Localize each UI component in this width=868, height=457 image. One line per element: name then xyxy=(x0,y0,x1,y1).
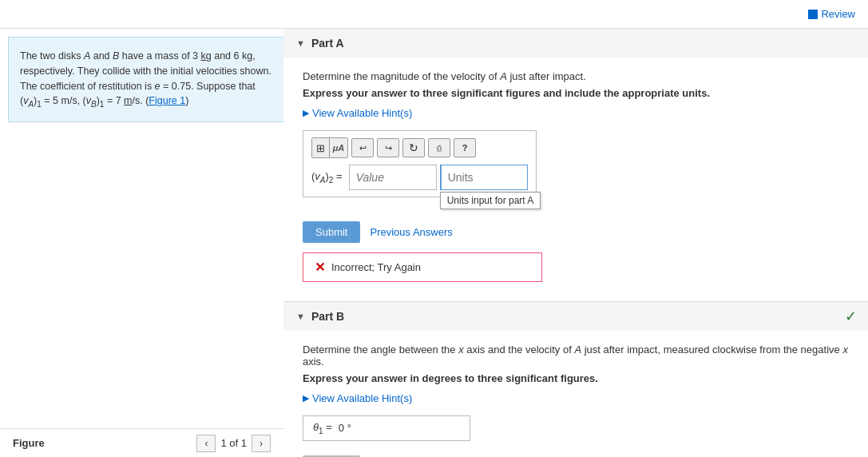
toolbar-redo-btn[interactable]: ↪ xyxy=(377,138,399,157)
part-a-input-row: (vA)2 = Units input for part A xyxy=(311,165,528,190)
toolbar-keyboard-btn[interactable]: ⎙ xyxy=(428,138,450,157)
x-icon: ✕ xyxy=(315,260,325,275)
toolbar-refresh-btn[interactable]: ↻ xyxy=(402,138,425,157)
toolbar-help-btn[interactable]: ? xyxy=(454,138,476,157)
part-b-hints[interactable]: ▶ View Available Hint(s) xyxy=(303,392,849,404)
part-a-prev-answers[interactable]: Previous Answers xyxy=(370,226,452,238)
part-b-content: Determine the angle between the x axis a… xyxy=(283,331,868,457)
right-panel: ▼ Part A Determine the magnitude of the … xyxy=(283,29,868,457)
incorrect-label: Incorrect; Try Again xyxy=(331,261,421,273)
part-a-instructions: Express your answer to three significant… xyxy=(303,87,849,99)
part-b-title: Part B xyxy=(311,310,344,323)
unit-tooltip: Units input for part A xyxy=(440,192,541,209)
hints-arrow-icon: ▶ xyxy=(303,108,309,118)
left-panel: The two disks A and B have a mass of 3 k… xyxy=(8,37,291,122)
part-a-unit-input[interactable] xyxy=(440,165,528,190)
part-a-answer-box: ⊞ μA ↩ ↪ ↻ ⎙ ? (vA)2 = xyxy=(303,130,537,197)
theta-label: θ1 = xyxy=(313,421,332,435)
theta-input-row: θ1 = 0 ° xyxy=(303,415,470,441)
part-a-title: Part A xyxy=(311,37,344,50)
next-figure-button[interactable]: › xyxy=(252,435,271,452)
toolbar-grid-btn[interactable]: ⊞ xyxy=(312,138,330,157)
part-a-formula-label: (vA)2 = xyxy=(311,170,343,185)
part-a-value-input[interactable] xyxy=(349,165,437,190)
part-b-hints-label: View Available Hint(s) xyxy=(312,392,412,404)
left-panel-text: The two disks A and B have a mass of 3 k… xyxy=(20,50,271,106)
part-b-header[interactable]: ▼ Part B ✓ xyxy=(283,302,868,331)
part-a-content: Determine the magnitude of the velocity … xyxy=(283,58,868,301)
hints-label: View Available Hint(s) xyxy=(312,107,412,119)
part-a-description: Determine the magnitude of the velocity … xyxy=(303,70,849,82)
part-b-section: ▼ Part B ✓ Determine the angle between t… xyxy=(283,302,868,457)
review-icon xyxy=(808,10,818,19)
part-a-section: ▼ Part A Determine the magnitude of the … xyxy=(283,29,868,302)
part-b-instructions: Express your answer in degrees to three … xyxy=(303,372,849,384)
part-a-hints[interactable]: ▶ View Available Hint(s) xyxy=(303,107,849,119)
part-a-header[interactable]: ▼ Part A xyxy=(283,29,868,58)
part-a-arrow: ▼ xyxy=(296,38,305,48)
part-b-hints-arrow-icon: ▶ xyxy=(303,393,309,403)
toolbar-combined: ⊞ μA xyxy=(311,137,348,158)
prev-figure-button[interactable]: ‹ xyxy=(196,435,216,452)
toolbar-mu-btn[interactable]: μA xyxy=(330,138,347,157)
part-b-arrow: ▼ xyxy=(296,312,305,321)
figure-link[interactable]: Figure 1 xyxy=(149,95,185,106)
figure-page: 1 of 1 xyxy=(220,437,247,449)
part-a-toolbar: ⊞ μA ↩ ↪ ↻ ⎙ ? xyxy=(311,137,528,158)
review-link[interactable]: Review xyxy=(808,8,855,20)
top-bar: Review xyxy=(0,0,868,29)
toolbar-undo-btn[interactable]: ↩ xyxy=(351,138,374,157)
review-label: Review xyxy=(821,8,855,20)
main-layout: The two disks A and B have a mass of 3 k… xyxy=(0,29,868,457)
theta-value: 0 ° xyxy=(339,422,351,434)
incorrect-box: ✕ Incorrect; Try Again xyxy=(303,252,542,282)
unit-input-wrapper: Units input for part A xyxy=(440,165,528,190)
figure-label: Figure xyxy=(13,437,45,449)
part-a-submit-row: Submit Previous Answers xyxy=(303,221,849,243)
part-b-check-icon: ✓ xyxy=(845,308,857,325)
part-b-description: Determine the angle between the x axis a… xyxy=(303,344,849,368)
part-a-submit-button[interactable]: Submit xyxy=(303,221,360,243)
